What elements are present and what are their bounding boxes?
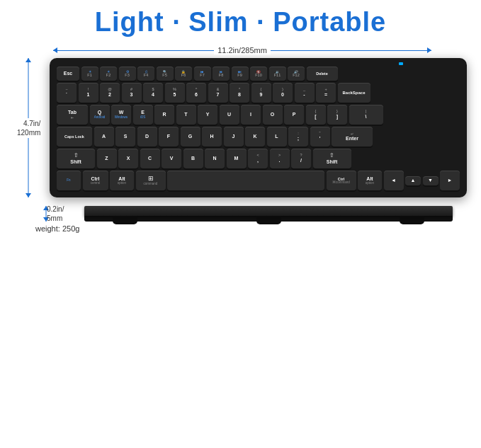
key-delete[interactable]: Delete: [307, 67, 338, 81]
bluetooth-indicator: [399, 62, 403, 65]
key-f9[interactable]: ⏭F9: [232, 67, 249, 81]
key-w[interactable]: WWindows: [111, 105, 131, 125]
side-section: 0.2in/5mm: [28, 206, 453, 222]
side-view-body: [84, 206, 453, 216]
key-backslash[interactable]: |\: [349, 105, 383, 125]
key-b[interactable]: B: [183, 149, 203, 168]
key-h[interactable]: H: [202, 127, 222, 147]
key-n[interactable]: N: [205, 149, 225, 168]
v-arrow: 4.7in/120mm: [21, 58, 35, 197]
key-f10[interactable]: 🔇F10: [250, 67, 267, 81]
key-t[interactable]: T: [176, 105, 196, 125]
key-ctrl-right[interactable]: Ctrl⌘command: [327, 171, 356, 190]
key-space[interactable]: [167, 171, 324, 190]
key-ctrl-left[interactable]: Ctrlcontrol: [83, 171, 108, 190]
key-f6[interactable]: 🔒F6: [175, 67, 192, 81]
key-left[interactable]: ◄: [384, 171, 404, 190]
key-u[interactable]: U: [220, 105, 239, 125]
key-minus[interactable]: _-: [295, 83, 315, 103]
fn-row: Esc ☀F1 ☀F2 ⚙F3 ⎙F4 🔍F5 🔒F6 ⏮F7 ⏯F8 ⏭F9 …: [57, 67, 460, 81]
key-a[interactable]: A: [94, 127, 114, 147]
weight-label: weight: 250g: [14, 224, 467, 233]
key-esc[interactable]: Esc: [57, 67, 79, 81]
key-f7[interactable]: ⏮F7: [194, 67, 211, 81]
key-up[interactable]: ▲: [405, 176, 421, 185]
key-right[interactable]: ►: [440, 171, 460, 190]
key-j[interactable]: J: [224, 127, 244, 147]
key-5[interactable]: %5: [165, 83, 185, 103]
key-o[interactable]: O: [263, 105, 283, 125]
key-backspace[interactable]: BackSpace: [338, 83, 370, 103]
key-4[interactable]: $4: [143, 83, 163, 103]
keyboard-area: Esc ☀F1 ☀F2 ⚙F3 ⎙F4 🔍F5 🔒F6 ⏮F7 ⏯F8 ⏭F9 …: [50, 58, 467, 197]
key-3[interactable]: #3: [122, 83, 142, 103]
width-label: 11.2in/285mm: [214, 46, 271, 54]
key-q[interactable]: QAndroid: [90, 105, 110, 125]
key-lbracket[interactable]: {[: [306, 105, 326, 125]
key-semicolon[interactable]: :;: [288, 127, 308, 147]
key-f12[interactable]: 🔊F12: [288, 67, 305, 81]
key-tab[interactable]: Tab ⇤: [57, 105, 88, 125]
key-8[interactable]: *8: [230, 83, 249, 103]
foot-right: [400, 217, 424, 224]
key-s[interactable]: S: [115, 127, 135, 147]
key-9[interactable]: (9: [251, 83, 271, 103]
key-f5[interactable]: 🔍F5: [157, 67, 174, 81]
key-k[interactable]: K: [245, 127, 265, 147]
key-x[interactable]: X: [118, 149, 138, 168]
main-container: 11.2in/285mm 4.7in/120mm Esc ☀F1: [0, 45, 481, 233]
key-7[interactable]: &7: [208, 83, 228, 103]
key-f[interactable]: F: [159, 127, 179, 147]
key-z[interactable]: Z: [97, 149, 117, 168]
height-label: 4.7in/120mm: [16, 118, 42, 138]
key-y[interactable]: Y: [198, 105, 217, 125]
key-6[interactable]: ^6: [186, 83, 206, 103]
key-m[interactable]: M: [227, 149, 247, 168]
key-f4[interactable]: ⎙F4: [137, 67, 154, 81]
key-comma[interactable]: <,: [248, 149, 268, 168]
key-shift-right[interactable]: ⇧Shift: [313, 149, 351, 168]
key-f2[interactable]: ☀F2: [100, 67, 117, 81]
key-equal[interactable]: +=: [316, 83, 336, 103]
key-capslock[interactable]: Caps Lock: [57, 127, 92, 147]
key-down[interactable]: ▼: [423, 176, 438, 185]
key-enter[interactable]: ↵Enter: [332, 127, 373, 147]
key-quote[interactable]: "': [310, 127, 330, 147]
key-shift-left[interactable]: ⇧Shift: [57, 149, 95, 168]
up-arrowhead: [26, 58, 31, 62]
side-keyboard-view: [84, 206, 453, 222]
foot-left: [113, 217, 137, 224]
right-arrowhead: [427, 47, 431, 53]
key-r[interactable]: R: [154, 105, 174, 125]
key-c[interactable]: C: [140, 149, 160, 168]
key-slash[interactable]: ?/: [291, 149, 311, 168]
key-f8[interactable]: ⏯F8: [213, 67, 230, 81]
key-2[interactable]: @2: [100, 83, 120, 103]
key-alt-left[interactable]: Altoption: [110, 171, 134, 190]
down-arrowhead: [26, 193, 31, 197]
key-period[interactable]: >.: [270, 149, 290, 168]
key-d[interactable]: D: [137, 127, 157, 147]
foot-center: [256, 217, 281, 224]
key-win[interactable]: ⊞command: [136, 171, 166, 190]
key-1[interactable]: !1: [79, 83, 98, 103]
shift-row: ⇧Shift Z X C V B N M <, >. ?/ ⇧Shift: [57, 149, 460, 168]
key-e[interactable]: EiOS: [133, 105, 153, 125]
key-g[interactable]: G: [181, 127, 200, 147]
key-fn[interactable]: Fn: [57, 171, 81, 190]
key-backtick[interactable]: ~`: [57, 83, 77, 103]
key-0[interactable]: )0: [273, 83, 293, 103]
key-alt-right[interactable]: Altoption: [358, 171, 382, 190]
key-f1[interactable]: ☀F1: [81, 67, 98, 81]
key-f11[interactable]: 🔉F11: [269, 67, 286, 81]
key-rbracket[interactable]: }]: [327, 105, 347, 125]
key-f3[interactable]: ⚙F3: [119, 67, 136, 81]
key-p[interactable]: P: [284, 105, 304, 125]
page-title: Light · Slim · Portable: [95, 7, 386, 37]
keyboard-dimension-area: 4.7in/120mm Esc ☀F1 ☀F2 ⚙F3 ⎙F4 🔍F5 🔒F6: [14, 58, 467, 197]
key-v[interactable]: V: [162, 149, 181, 168]
height-dimension: 4.7in/120mm: [14, 58, 50, 197]
left-arrowhead: [53, 47, 57, 53]
key-l[interactable]: L: [267, 127, 287, 147]
key-i[interactable]: I: [241, 105, 261, 125]
